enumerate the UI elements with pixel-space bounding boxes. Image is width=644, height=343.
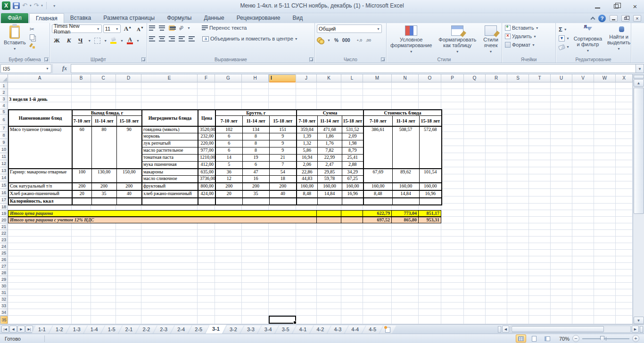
sum-value[interactable]: 14,84 xyxy=(317,190,342,198)
format-cells-button[interactable]: Формат▼ xyxy=(504,41,554,48)
sum-value[interactable]: 160,00 xyxy=(297,183,317,190)
last-sheet-icon[interactable]: ▶| xyxy=(25,326,33,333)
cell-styles-button[interactable]: Стили ячеек ▼ xyxy=(481,24,501,56)
zoom-out-button[interactable]: − xyxy=(572,335,579,342)
brutto-value[interactable]: 8 xyxy=(242,147,269,155)
shrink-font-icon[interactable]: A▼ xyxy=(135,26,146,32)
column-header-D[interactable]: D xyxy=(116,74,141,82)
row-header-30[interactable]: 30 xyxy=(0,283,8,289)
sum-value[interactable]: 2,47 xyxy=(317,162,342,169)
totals-row[interactable]: Итого цена рациона с учетом 12% НДС697,5… xyxy=(8,217,441,223)
header-age[interactable]: 15-18 лет xyxy=(419,116,442,126)
header-ingredients[interactable]: Ингредиенты блюда xyxy=(142,110,198,126)
font-color-dropdown-icon[interactable]: ▼ xyxy=(136,39,140,42)
calories-empty-cell[interactable] xyxy=(242,198,269,205)
calories-label[interactable]: Калорийность, ккал xyxy=(8,198,72,205)
sum-value[interactable]: 1,39 xyxy=(297,133,317,140)
dish-yield[interactable]: 100 xyxy=(72,169,91,183)
totals-value[interactable]: 953,31 xyxy=(418,217,441,223)
column-header-I[interactable]: I xyxy=(269,74,296,82)
column-header-R[interactable]: R xyxy=(486,74,507,82)
sum-value[interactable]: 1,98 xyxy=(342,140,363,147)
number-format-select[interactable]: Общий▼ xyxy=(317,24,382,33)
brutto-value[interactable]: 40 xyxy=(269,190,297,198)
scroll-up-icon[interactable]: ▲ xyxy=(634,79,644,87)
day-title-cell[interactable]: 3 неделя 1-й день xyxy=(9,97,48,102)
sum-value[interactable]: 471,68 xyxy=(317,126,342,133)
row-header-19[interactable]: 19 xyxy=(0,210,8,217)
tab-split-handle-right[interactable] xyxy=(640,326,643,333)
row-header-27[interactable]: 27 xyxy=(0,263,8,270)
row-header-33[interactable]: 33 xyxy=(0,302,8,309)
name-box[interactable]: I35 ▼ xyxy=(0,64,51,73)
decrease-indent-icon[interactable] xyxy=(179,36,185,41)
scroll-right-icon[interactable]: ▶ xyxy=(632,326,639,333)
calories-empty-cell[interactable] xyxy=(363,198,392,205)
workbook-minimize-button[interactable] xyxy=(610,15,618,22)
formula-bar-expand-icon[interactable]: ▼ xyxy=(636,64,644,73)
accounting-dropdown-icon[interactable]: ▼ xyxy=(327,39,330,42)
brutto-value[interactable]: 21 xyxy=(269,155,297,162)
header-age[interactable]: 11-14 лет xyxy=(317,116,342,126)
cost-value[interactable]: 101,54 xyxy=(419,169,442,183)
sum-value[interactable]: 2,88 xyxy=(342,162,363,169)
column-header-U[interactable]: U xyxy=(551,74,572,82)
brutto-value[interactable]: 200 xyxy=(242,183,269,190)
totals-value[interactable]: 622,79 xyxy=(363,211,391,216)
header-age[interactable]: 7-10 лет xyxy=(363,116,392,126)
ingredient-price[interactable]: 3736,00 xyxy=(198,176,215,183)
brutto-value[interactable]: 6 xyxy=(215,133,242,140)
brutto-value[interactable]: 9 xyxy=(269,147,297,155)
sum-value[interactable]: 67,25 xyxy=(342,176,363,183)
workbook-close-button[interactable]: × xyxy=(633,15,641,22)
column-header-X[interactable]: X xyxy=(616,74,633,82)
sum-value[interactable]: 531,52 xyxy=(342,126,363,133)
ingredient-name[interactable]: морковь xyxy=(142,133,198,140)
header-age[interactable]: 7-10 лет xyxy=(72,116,91,126)
italic-button[interactable]: К xyxy=(65,37,73,44)
sheet-tab-3-1[interactable]: 3-1 xyxy=(206,325,226,334)
underline-button[interactable]: Ч xyxy=(76,37,85,44)
calories-empty-cell[interactable] xyxy=(116,198,142,205)
tab-главная[interactable]: Главная xyxy=(29,13,64,23)
cut-icon[interactable]: ✂ xyxy=(30,26,36,33)
wrap-text-button[interactable]: Перенос текста xyxy=(201,24,248,31)
borders-icon[interactable] xyxy=(94,38,100,44)
brutto-value[interactable]: 9 xyxy=(269,133,297,140)
formula-input[interactable] xyxy=(71,64,636,73)
row-header-21[interactable]: 21 xyxy=(0,223,8,230)
header-sum[interactable]: Сумма xyxy=(297,110,363,116)
dish-yield[interactable]: 90 xyxy=(116,126,142,169)
dish-yield[interactable]: 200 xyxy=(91,183,116,190)
align-center-icon[interactable] xyxy=(159,36,165,41)
header-age[interactable]: 11-14 лет xyxy=(392,116,419,126)
next-sheet-icon[interactable]: ▶ xyxy=(17,326,25,333)
totals-row[interactable]: Итого цена рациона622,79773,04851,17 xyxy=(8,210,441,217)
increase-decimal-button[interactable]: +,0 xyxy=(357,39,362,42)
totals-empty-cell[interactable] xyxy=(316,211,341,216)
brutto-value[interactable]: 200 xyxy=(215,183,242,190)
dish-yield[interactable]: 20 xyxy=(72,190,91,198)
brutto-value[interactable]: 18 xyxy=(269,176,297,183)
row-header-18[interactable]: 18 xyxy=(0,204,8,210)
accounting-format-icon[interactable] xyxy=(317,37,323,43)
column-header-L[interactable]: L xyxy=(341,74,363,82)
copy-icon[interactable] xyxy=(30,34,34,40)
ingredient-name[interactable]: томатная паста xyxy=(142,155,198,162)
vertical-scroll-thumb[interactable] xyxy=(634,88,644,214)
cost-value[interactable]: 16,96 xyxy=(419,190,442,198)
header-age[interactable]: 11-14 лет xyxy=(242,116,269,126)
ingredient-price[interactable]: 3520,00 xyxy=(198,126,215,133)
column-header-T[interactable]: T xyxy=(529,74,551,82)
sum-value[interactable]: 16,96 xyxy=(342,190,363,198)
header-age[interactable]: 15-18 лет xyxy=(269,116,297,126)
header-age[interactable]: 7-10 лет xyxy=(297,116,317,126)
row-header-28[interactable]: 28 xyxy=(0,270,8,276)
header-age[interactable]: 7-10 лет xyxy=(215,116,242,126)
brutto-value[interactable]: 14 xyxy=(215,155,242,162)
ingredient-price[interactable]: 412,00 xyxy=(198,162,215,169)
autosum-button[interactable]: Σ▼ xyxy=(558,25,570,33)
column-header-G[interactable]: G xyxy=(215,74,242,82)
brutto-value[interactable]: 20 xyxy=(215,190,242,198)
ingredient-price[interactable]: 424,00 xyxy=(198,190,215,198)
